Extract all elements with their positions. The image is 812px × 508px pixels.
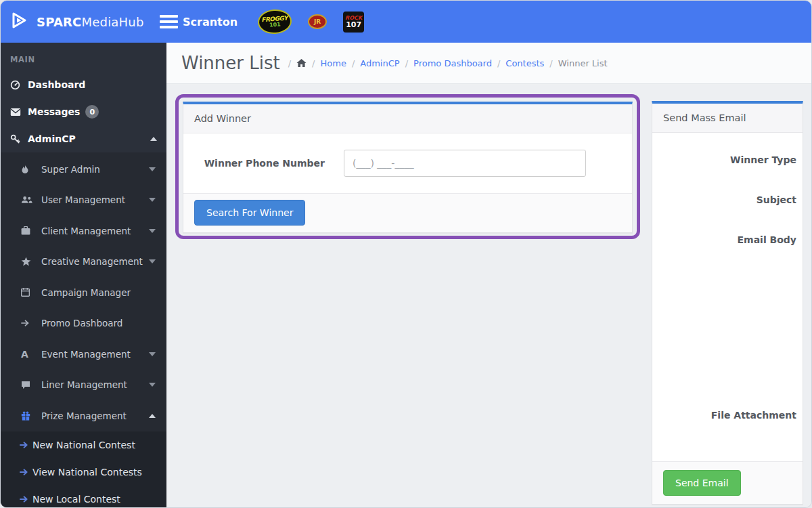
send-mass-email-form: Winner Type Subject Email Body File Atta… xyxy=(652,133,803,461)
chevron-down-icon xyxy=(149,229,156,233)
file-attachment-label: File Attachment xyxy=(711,410,796,421)
sidebar-item-event-management[interactable]: A Event Management xyxy=(1,339,166,370)
add-winner-panel-footer: Search For Winner xyxy=(183,193,632,232)
sidebar-item-label: User Management xyxy=(41,194,125,205)
send-mass-email-panel: Send Mass Email Winner Type Subject Emai… xyxy=(652,101,803,505)
star-icon xyxy=(21,257,41,266)
sidebar-item-admincp[interactable]: AdminCP xyxy=(1,125,166,152)
arrow-right-icon xyxy=(21,319,41,327)
sidebar-item-messages[interactable]: Messages 0 xyxy=(1,98,166,125)
messages-count-badge: 0 xyxy=(85,105,99,119)
station-jr-logo[interactable]: JR xyxy=(308,14,327,29)
sidebar-item-label: Promo Dashboard xyxy=(41,318,122,329)
page-header: Winner List / / Home / AdminCP / Promo D… xyxy=(166,43,811,84)
sidebar-item-client-management[interactable]: Client Management xyxy=(1,215,166,247)
breadcrumb-link-promo-dashboard[interactable]: Promo Dashboard xyxy=(413,58,492,68)
top-navbar: SPARCMediaHub Scranton FROGGY 101 JR ROC… xyxy=(1,1,811,43)
sidebar-item-super-admin[interactable]: Super Admin xyxy=(1,154,166,185)
market-name: Scranton xyxy=(183,16,238,28)
winner-phone-label: Winner Phone Number xyxy=(194,158,344,169)
chevron-down-icon xyxy=(149,198,156,202)
breadcrumb-link-admincp[interactable]: AdminCP xyxy=(360,58,399,68)
users-icon xyxy=(21,196,41,204)
email-body-label: Email Body xyxy=(737,234,796,245)
arrow-right-icon xyxy=(20,468,28,476)
chevron-down-icon xyxy=(149,167,156,171)
brand-text: SPARCMediaHub xyxy=(37,15,144,29)
sidebar-item-liner-management[interactable]: Liner Management xyxy=(1,370,166,401)
fire-icon xyxy=(21,165,41,174)
dashboard-icon xyxy=(10,80,28,90)
key-icon xyxy=(10,134,28,144)
sidebar-item-label: Dashboard xyxy=(28,79,85,90)
page-title: Winner List xyxy=(181,53,280,73)
station-switcher: FROGGY 101 JR ROCK 107 xyxy=(258,9,364,34)
brand-bold: SPARC xyxy=(37,15,82,29)
gift-icon xyxy=(21,411,41,421)
arrow-right-icon xyxy=(20,441,28,449)
chevron-down-icon xyxy=(149,352,156,356)
sidebar-item-view-national-contests[interactable]: View National Contests xyxy=(1,459,166,486)
sidebar-item-label: New National Contest xyxy=(32,440,135,450)
arrow-right-icon xyxy=(20,495,28,503)
sidebar-nav: MAIN Dashboard Messages 0 AdminCP xyxy=(1,43,166,507)
sidebar-item-label: AdminCP xyxy=(28,133,76,144)
sidebar-item-creative-management[interactable]: Creative Management xyxy=(1,247,166,278)
envelope-icon xyxy=(10,108,28,117)
play-logo-icon xyxy=(9,9,30,34)
chevron-up-icon xyxy=(150,137,157,141)
app-window: SPARCMediaHub Scranton FROGGY 101 JR ROC… xyxy=(0,0,812,508)
sidebar-item-label: Super Admin xyxy=(41,164,100,175)
breadcrumb-link-home[interactable]: Home xyxy=(321,58,346,68)
sidebar-item-campaign-manager[interactable]: Campaign Manager xyxy=(1,277,166,308)
main-content: Winner List / / Home / AdminCP / Promo D… xyxy=(166,43,811,507)
send-email-button[interactable]: Send Email xyxy=(663,470,741,496)
sidebar-item-label: Event Management xyxy=(41,349,131,360)
sidebar-item-label: Client Management xyxy=(41,226,131,236)
breadcrumb: / / Home / AdminCP / Promo Dashboard / C… xyxy=(283,58,608,68)
sidebar-item-new-local-contest[interactable]: New Local Contest xyxy=(1,486,166,508)
add-winner-panel-title: Add Winner xyxy=(183,104,632,133)
home-icon[interactable] xyxy=(296,58,307,68)
send-mass-email-panel-title: Send Mass Email xyxy=(652,104,803,133)
add-winner-panel: Add Winner Winner Phone Number Search Fo… xyxy=(183,102,633,233)
breadcrumb-link-contests[interactable]: Contests xyxy=(505,58,544,68)
sidebar-item-label: Liner Management xyxy=(41,379,127,390)
brand-light: MediaHub xyxy=(82,15,144,29)
winner-phone-input[interactable] xyxy=(344,150,586,177)
admincp-submenu: Super Admin User Management Client Manag… xyxy=(1,152,166,507)
sidebar-item-label: Campaign Manager xyxy=(41,287,131,298)
calendar-icon xyxy=(21,288,41,297)
sidebar-item-label: Prize Management xyxy=(41,410,127,421)
briefcase-icon xyxy=(21,226,41,235)
sidebar-item-label: Creative Management xyxy=(41,256,143,267)
font-a-icon: A xyxy=(21,349,41,360)
breadcrumb-current: Winner List xyxy=(558,58,608,68)
comment-icon xyxy=(21,381,41,389)
subject-label: Subject xyxy=(757,194,796,205)
station-rock107-logo[interactable]: ROCK 107 xyxy=(343,12,364,33)
menu-toggle-icon[interactable] xyxy=(160,15,178,28)
add-winner-form: Winner Phone Number xyxy=(183,133,632,193)
sidebar-section-label: MAIN xyxy=(1,43,166,71)
send-mass-email-panel-footer: Send Email xyxy=(652,461,803,504)
sidebar-item-promo-dashboard[interactable]: Promo Dashboard xyxy=(1,308,166,339)
sidebar-item-dashboard[interactable]: Dashboard xyxy=(1,71,166,98)
sidebar-item-label: Messages xyxy=(28,106,80,117)
brand-logo-link[interactable]: SPARCMediaHub xyxy=(1,9,166,34)
prize-management-submenu: New National Contest View National Conte… xyxy=(1,431,166,508)
station-froggy101-logo[interactable]: FROGGY 101 xyxy=(257,8,292,35)
search-for-winner-button[interactable]: Search For Winner xyxy=(194,200,305,226)
sidebar-item-new-national-contest[interactable]: New National Contest xyxy=(1,431,166,459)
content-body: Add Winner Winner Phone Number Search Fo… xyxy=(166,84,811,507)
chevron-down-icon xyxy=(149,383,156,387)
chevron-down-icon xyxy=(149,259,156,263)
sidebar-item-prize-management[interactable]: Prize Management xyxy=(1,400,166,431)
sidebar-item-label: View National Contests xyxy=(32,467,142,478)
sidebar-item-label: New Local Contest xyxy=(32,494,120,505)
sidebar-item-user-management[interactable]: User Management xyxy=(1,185,166,216)
winner-type-label: Winner Type xyxy=(730,154,796,165)
chevron-up-icon xyxy=(149,414,156,418)
